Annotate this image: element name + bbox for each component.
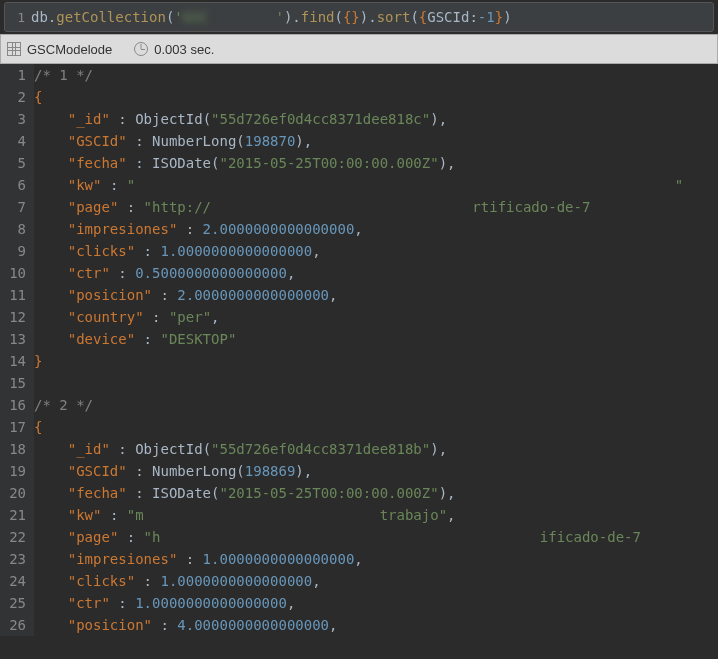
token-collection-name: GSC [183, 9, 276, 25]
gutter-line: 11 [0, 284, 28, 306]
code-line: "kw" : "m trabajo", [34, 504, 718, 526]
gutter-line: 23 [0, 548, 28, 570]
token-paren: ( [410, 9, 418, 25]
query-input[interactable]: db.getCollection('GSC ').find({}).sort({… [29, 5, 713, 29]
code-line: "posicion" : 4.0000000000000000, [34, 614, 718, 636]
code-line: "impresiones" : 2.0000000000000000, [34, 218, 718, 240]
token-colon: : [469, 9, 477, 25]
token-dot: . [292, 9, 300, 25]
grid-icon [7, 42, 21, 56]
code-line: "GSCId" : NumberLong(198869), [34, 460, 718, 482]
code-line: /* 2 */ [34, 394, 718, 416]
status-collection: GSCModelode [27, 42, 112, 57]
brace: { [34, 89, 42, 105]
gutter-line: 3 [0, 108, 28, 130]
code-line: "kw" : " " [34, 174, 718, 196]
code-line: "clicks" : 1.0000000000000000, [34, 570, 718, 592]
query-line-number: 1 [5, 10, 29, 25]
comment: /* 1 */ [34, 67, 93, 83]
code-line: "page" : "h ificado-de-7 [34, 526, 718, 548]
code-line: "fecha" : ISODate("2015-05-25T00:00:00.0… [34, 482, 718, 504]
token-brace: } [495, 9, 503, 25]
result-editor[interactable]: 1 2 3 4 5 6 7 8 9 10 11 12 13 14 15 16 1… [0, 64, 718, 636]
code-line: { [34, 416, 718, 438]
gutter-line: 5 [0, 152, 28, 174]
code-line: "_id" : ObjectId("55d726ef0d4cc8371dee81… [34, 438, 718, 460]
token-braces: {} [343, 9, 360, 25]
code-line: "device" : "DESKTOP" [34, 328, 718, 350]
token-sort-key: GSCId [427, 9, 469, 25]
gutter-line: 18 [0, 438, 28, 460]
code-line: "impresiones" : 1.0000000000000000, [34, 548, 718, 570]
code-line: "page" : "http:// rtificado-de-7 [34, 196, 718, 218]
token-paren: ) [360, 9, 368, 25]
gutter-line: 7 [0, 196, 28, 218]
gutter-line: 1 [0, 64, 28, 86]
token-quote: ' [275, 9, 283, 25]
gutter: 1 2 3 4 5 6 7 8 9 10 11 12 13 14 15 16 1… [0, 64, 34, 636]
code-area[interactable]: /* 1 */ { "_id" : ObjectId("55d726ef0d4c… [34, 64, 718, 636]
gutter-line: 8 [0, 218, 28, 240]
code-line: "posicion" : 2.0000000000000000, [34, 284, 718, 306]
code-line: { [34, 86, 718, 108]
code-line [34, 372, 718, 394]
code-line: } [34, 350, 718, 372]
code-line: "_id" : ObjectId("55d726ef0d4cc8371dee81… [34, 108, 718, 130]
token-sort: sort [377, 9, 411, 25]
gutter-line: 2 [0, 86, 28, 108]
gutter-line: 10 [0, 262, 28, 284]
clock-icon [134, 42, 148, 56]
gutter-line: 14 [0, 350, 28, 372]
token-paren: ) [503, 9, 511, 25]
gutter-line: 12 [0, 306, 28, 328]
gutter-line: 22 [0, 526, 28, 548]
gutter-line: 9 [0, 240, 28, 262]
token-find: find [301, 9, 335, 25]
code-line: "ctr" : 0.5000000000000000, [34, 262, 718, 284]
token-getcollection: getCollection [56, 9, 166, 25]
gutter-line: 19 [0, 460, 28, 482]
gutter-line: 4 [0, 130, 28, 152]
gutter-line: 17 [0, 416, 28, 438]
token-paren: ( [335, 9, 343, 25]
code-line: "ctr" : 1.0000000000000000, [34, 592, 718, 614]
gutter-line: 16 [0, 394, 28, 416]
gutter-line: 24 [0, 570, 28, 592]
code-line: "GSCId" : NumberLong(198870), [34, 130, 718, 152]
query-bar[interactable]: 1 db.getCollection('GSC ').find({}).sort… [4, 2, 714, 32]
code-line: /* 1 */ [34, 64, 718, 86]
token-brace: { [419, 9, 427, 25]
token-sort-value: -1 [478, 9, 495, 25]
gutter-line: 13 [0, 328, 28, 350]
code-line: "clicks" : 1.0000000000000000, [34, 240, 718, 262]
gutter-line: 25 [0, 592, 28, 614]
token-dot: . [368, 9, 376, 25]
gutter-line: 6 [0, 174, 28, 196]
code-line: "fecha" : ISODate("2015-05-25T00:00:00.0… [34, 152, 718, 174]
code-line: "country" : "per", [34, 306, 718, 328]
token-db: db [31, 9, 48, 25]
token-quote: ' [174, 9, 182, 25]
status-bar: GSCModelode 0.003 sec. [0, 34, 718, 64]
gutter-line: 20 [0, 482, 28, 504]
gutter-line: 15 [0, 372, 28, 394]
gutter-line: 21 [0, 504, 28, 526]
gutter-line: 26 [0, 614, 28, 636]
status-time: 0.003 sec. [154, 42, 214, 57]
